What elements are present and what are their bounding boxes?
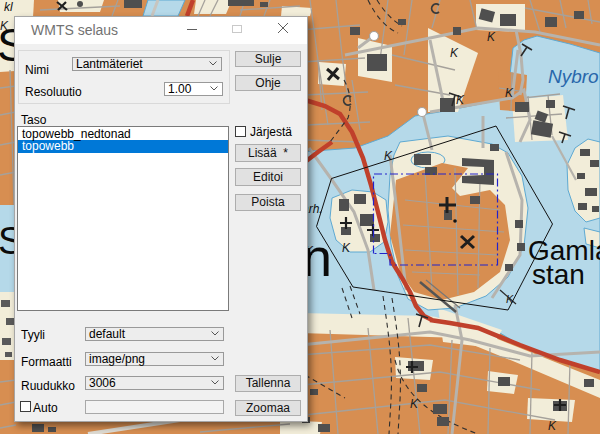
svg-text:K: K xyxy=(548,419,557,433)
svg-text:K: K xyxy=(505,86,514,100)
svg-text:K: K xyxy=(342,241,351,255)
svg-text:stan: stan xyxy=(532,259,585,290)
svg-text:kl: kl xyxy=(4,0,13,14)
svg-text:K: K xyxy=(487,30,496,44)
svg-text:Nybro: Nybro xyxy=(548,66,599,87)
svg-text:K: K xyxy=(506,293,514,305)
svg-text:K: K xyxy=(410,397,419,411)
svg-text:K: K xyxy=(456,93,465,107)
svg-text:K: K xyxy=(450,46,459,60)
